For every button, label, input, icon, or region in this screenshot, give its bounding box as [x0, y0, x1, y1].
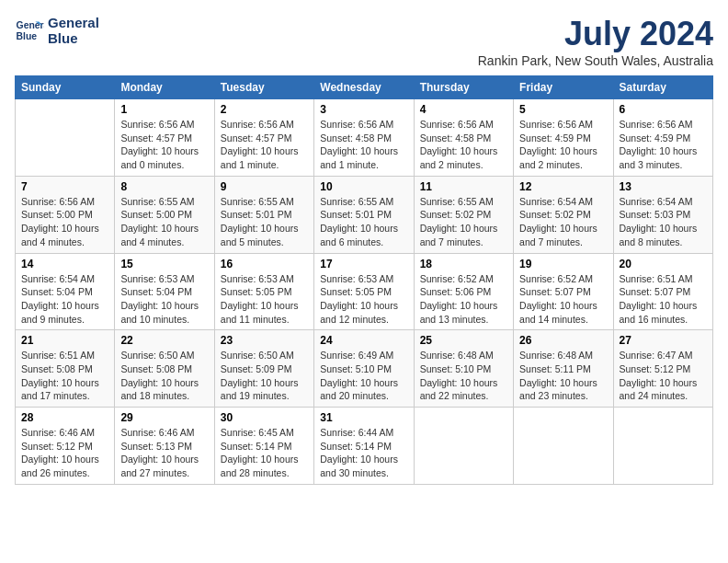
- calendar-cell: 20Sunrise: 6:51 AMSunset: 5:07 PMDayligh…: [613, 253, 712, 330]
- header-sunday: Sunday: [16, 76, 115, 99]
- calendar-table: Sunday Monday Tuesday Wednesday Thursday…: [15, 75, 713, 485]
- title-area: July 2024 Rankin Park, New South Wales, …: [478, 15, 713, 68]
- svg-text:Blue: Blue: [17, 31, 38, 41]
- day-number: 20: [620, 258, 707, 270]
- calendar-cell: 24Sunrise: 6:49 AMSunset: 5:10 PMDayligh…: [314, 330, 414, 408]
- calendar-cell: 13Sunrise: 6:54 AMSunset: 5:03 PMDayligh…: [613, 176, 712, 253]
- day-info: Sunrise: 6:46 AMSunset: 5:13 PMDaylight:…: [120, 426, 208, 480]
- calendar-cell: 11Sunrise: 6:55 AMSunset: 5:02 PMDayligh…: [414, 176, 513, 253]
- day-number: 3: [320, 103, 407, 116]
- calendar-cell: 8Sunrise: 6:55 AMSunset: 5:00 PMDaylight…: [115, 176, 214, 253]
- day-info: Sunrise: 6:55 AMSunset: 5:00 PMDaylight:…: [120, 195, 208, 249]
- day-info: Sunrise: 6:53 AMSunset: 5:05 PMDaylight:…: [320, 272, 407, 327]
- day-number: 2: [221, 103, 308, 116]
- day-info: Sunrise: 6:49 AMSunset: 5:10 PMDaylight:…: [320, 349, 407, 403]
- day-number: 18: [420, 258, 507, 270]
- day-number: 22: [120, 334, 208, 347]
- calendar-cell: 3Sunrise: 6:56 AMSunset: 4:58 PMDaylight…: [314, 99, 414, 177]
- page-header: General Blue General Blue July 2024 Rank…: [15, 15, 713, 68]
- calendar-cell: 23Sunrise: 6:50 AMSunset: 5:09 PMDayligh…: [214, 330, 313, 408]
- day-number: 26: [519, 334, 607, 347]
- day-number: 5: [519, 103, 607, 116]
- day-number: 31: [320, 411, 407, 424]
- logo-line1: General: [48, 15, 99, 30]
- day-info: Sunrise: 6:51 AMSunset: 5:08 PMDaylight:…: [21, 349, 108, 403]
- day-info: Sunrise: 6:55 AMSunset: 5:01 PMDaylight:…: [320, 195, 407, 249]
- day-number: 17: [320, 258, 407, 270]
- calendar-cell: 12Sunrise: 6:54 AMSunset: 5:02 PMDayligh…: [514, 176, 613, 253]
- day-info: Sunrise: 6:48 AMSunset: 5:10 PMDaylight:…: [420, 349, 507, 403]
- day-info: Sunrise: 6:53 AMSunset: 5:05 PMDaylight:…: [221, 272, 308, 327]
- calendar-cell: [16, 99, 115, 177]
- header-friday: Friday: [514, 76, 613, 99]
- day-info: Sunrise: 6:54 AMSunset: 5:04 PMDaylight:…: [21, 272, 108, 327]
- day-info: Sunrise: 6:52 AMSunset: 5:06 PMDaylight:…: [420, 272, 507, 327]
- day-number: 16: [221, 258, 308, 270]
- day-info: Sunrise: 6:56 AMSunset: 4:58 PMDaylight:…: [320, 118, 407, 172]
- day-number: 30: [221, 411, 308, 424]
- day-number: 10: [320, 180, 407, 193]
- logo-line2: Blue: [48, 30, 99, 46]
- day-number: 13: [620, 180, 707, 193]
- day-info: Sunrise: 6:55 AMSunset: 5:01 PMDaylight:…: [221, 195, 308, 249]
- calendar-cell: 21Sunrise: 6:51 AMSunset: 5:08 PMDayligh…: [16, 330, 115, 408]
- day-number: 14: [21, 258, 108, 270]
- day-info: Sunrise: 6:54 AMSunset: 5:03 PMDaylight:…: [620, 195, 707, 249]
- calendar-cell: 2Sunrise: 6:56 AMSunset: 4:57 PMDaylight…: [214, 99, 313, 177]
- day-number: 7: [21, 180, 108, 193]
- calendar-week-4: 28Sunrise: 6:46 AMSunset: 5:12 PMDayligh…: [16, 408, 713, 485]
- calendar-week-0: 1Sunrise: 6:56 AMSunset: 4:57 PMDaylight…: [16, 99, 713, 177]
- day-info: Sunrise: 6:51 AMSunset: 5:07 PMDaylight:…: [620, 272, 707, 327]
- calendar-cell: 17Sunrise: 6:53 AMSunset: 5:05 PMDayligh…: [314, 253, 414, 330]
- header-saturday: Saturday: [613, 76, 712, 99]
- day-number: 19: [519, 258, 607, 270]
- month-year-title: July 2024: [478, 15, 713, 53]
- day-number: 29: [120, 411, 208, 424]
- calendar-cell: [414, 408, 513, 485]
- day-info: Sunrise: 6:48 AMSunset: 5:11 PMDaylight:…: [519, 349, 607, 403]
- calendar-cell: 14Sunrise: 6:54 AMSunset: 5:04 PMDayligh…: [16, 253, 115, 330]
- day-info: Sunrise: 6:44 AMSunset: 5:14 PMDaylight:…: [320, 426, 407, 480]
- calendar-cell: 4Sunrise: 6:56 AMSunset: 4:58 PMDaylight…: [414, 99, 513, 177]
- day-number: 4: [420, 103, 507, 116]
- day-info: Sunrise: 6:50 AMSunset: 5:08 PMDaylight:…: [120, 349, 208, 403]
- day-number: 23: [221, 334, 308, 347]
- day-number: 25: [420, 334, 507, 347]
- calendar-cell: [613, 408, 712, 485]
- header-wednesday: Wednesday: [314, 76, 414, 99]
- day-info: Sunrise: 6:50 AMSunset: 5:09 PMDaylight:…: [221, 349, 308, 403]
- calendar-cell: 26Sunrise: 6:48 AMSunset: 5:11 PMDayligh…: [514, 330, 613, 408]
- calendar-cell: 9Sunrise: 6:55 AMSunset: 5:01 PMDaylight…: [214, 176, 313, 253]
- calendar-cell: 28Sunrise: 6:46 AMSunset: 5:12 PMDayligh…: [16, 408, 115, 485]
- header-monday: Monday: [115, 76, 214, 99]
- day-number: 1: [120, 103, 208, 116]
- calendar-cell: 31Sunrise: 6:44 AMSunset: 5:14 PMDayligh…: [314, 408, 414, 485]
- day-number: 15: [120, 258, 208, 270]
- day-number: 9: [221, 180, 308, 193]
- day-info: Sunrise: 6:56 AMSunset: 5:00 PMDaylight:…: [21, 195, 108, 249]
- day-info: Sunrise: 6:53 AMSunset: 5:04 PMDaylight:…: [120, 272, 208, 327]
- day-info: Sunrise: 6:47 AMSunset: 5:12 PMDaylight:…: [620, 349, 707, 403]
- day-info: Sunrise: 6:46 AMSunset: 5:12 PMDaylight:…: [21, 426, 108, 480]
- header-row: Sunday Monday Tuesday Wednesday Thursday…: [16, 76, 713, 99]
- calendar-cell: 6Sunrise: 6:56 AMSunset: 4:59 PMDaylight…: [613, 99, 712, 177]
- calendar-header: Sunday Monday Tuesday Wednesday Thursday…: [16, 76, 713, 99]
- header-tuesday: Tuesday: [214, 76, 313, 99]
- day-info: Sunrise: 6:54 AMSunset: 5:02 PMDaylight:…: [519, 195, 607, 249]
- day-info: Sunrise: 6:56 AMSunset: 4:59 PMDaylight:…: [519, 118, 607, 172]
- calendar-cell: 16Sunrise: 6:53 AMSunset: 5:05 PMDayligh…: [214, 253, 313, 330]
- calendar-cell: 7Sunrise: 6:56 AMSunset: 5:00 PMDaylight…: [16, 176, 115, 253]
- day-number: 28: [21, 411, 108, 424]
- day-info: Sunrise: 6:55 AMSunset: 5:02 PMDaylight:…: [420, 195, 507, 249]
- location-text: Rankin Park, New South Wales, Australia: [478, 53, 713, 68]
- day-number: 27: [620, 334, 707, 347]
- calendar-cell: 30Sunrise: 6:45 AMSunset: 5:14 PMDayligh…: [214, 408, 313, 485]
- day-info: Sunrise: 6:56 AMSunset: 4:57 PMDaylight:…: [221, 118, 308, 172]
- calendar-cell: 10Sunrise: 6:55 AMSunset: 5:01 PMDayligh…: [314, 176, 414, 253]
- calendar-cell: 19Sunrise: 6:52 AMSunset: 5:07 PMDayligh…: [514, 253, 613, 330]
- day-number: 6: [620, 103, 707, 116]
- day-info: Sunrise: 6:56 AMSunset: 4:57 PMDaylight:…: [120, 118, 208, 172]
- calendar-cell: 25Sunrise: 6:48 AMSunset: 5:10 PMDayligh…: [414, 330, 513, 408]
- logo-icon: General Blue: [15, 16, 44, 45]
- day-number: 8: [120, 180, 208, 193]
